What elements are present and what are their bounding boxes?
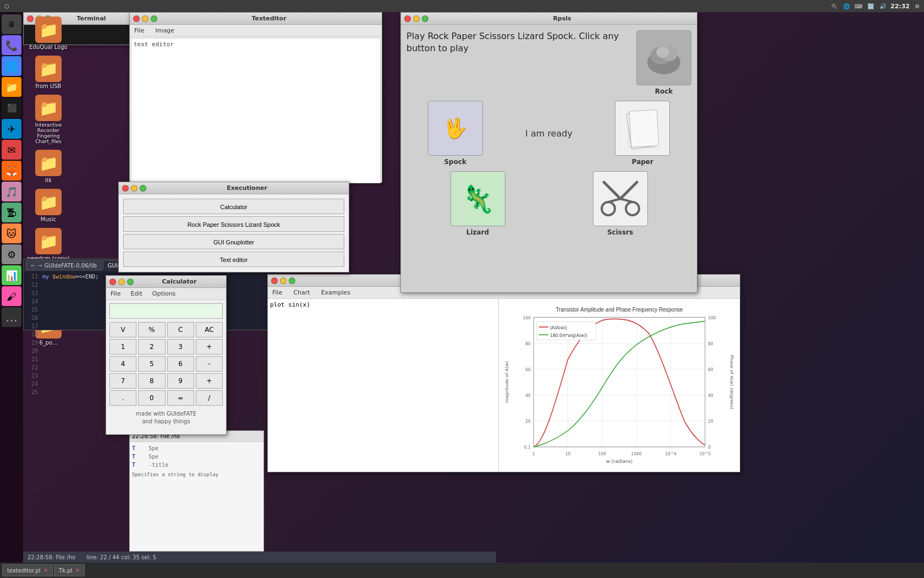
executioner-max-btn[interactable] xyxy=(140,185,146,192)
dock-desktop-icon[interactable]: 🖥 xyxy=(2,14,21,34)
calc-key-percent[interactable]: % xyxy=(138,322,165,337)
desktop-icon-music[interactable]: 📁 Music xyxy=(26,189,70,222)
dock-mail-icon[interactable]: ✉ xyxy=(2,140,21,160)
rpsls-paper-btn[interactable] xyxy=(615,101,670,156)
kb-icon[interactable]: ⌨ xyxy=(854,2,863,10)
gnuplot-examples-menu[interactable]: Examples xyxy=(319,288,353,297)
svg-text:80: 80 xyxy=(708,341,713,346)
calc-file-menu[interactable]: File xyxy=(108,289,123,298)
gnuplot-min-btn[interactable] xyxy=(280,277,287,284)
usb-tray-icon[interactable]: 🔌 xyxy=(830,2,839,10)
executioner-min-btn[interactable] xyxy=(131,185,138,192)
settings-tray-icon[interactable]: ⚙ xyxy=(913,2,922,10)
volume-icon[interactable]: 🔊 xyxy=(878,2,887,10)
texteditor-min-btn[interactable] xyxy=(142,15,148,22)
desktop-icon-newdcm[interactable]: 📁 newdcm (copy) xyxy=(26,228,70,261)
executioner-titlebar[interactable]: Executioner xyxy=(119,182,349,194)
kb2-icon[interactable]: 🔣 xyxy=(866,2,875,10)
svg-text:10^5: 10^5 xyxy=(700,451,711,456)
rpsls-close-btn[interactable] xyxy=(404,15,411,22)
rpsls-titlebar[interactable]: Rpsls xyxy=(401,13,697,25)
calc-edit-menu[interactable]: Edit xyxy=(128,289,144,298)
calc-options-menu[interactable]: Options xyxy=(150,289,178,298)
calc-close-btn[interactable] xyxy=(109,279,116,285)
calc-key-plus[interactable]: + xyxy=(196,339,223,355)
dock-paint-icon[interactable]: 🖌 xyxy=(2,286,21,306)
dock-music-icon[interactable]: 🎵 xyxy=(2,182,21,201)
calc-key-3[interactable]: 3 xyxy=(167,339,194,355)
gnuplot-launch-btn[interactable]: GUI Gnuplotter xyxy=(123,234,344,249)
calc-key-4[interactable]: 4 xyxy=(109,356,136,372)
rpsls-lizard-btn[interactable]: 🦎 xyxy=(450,171,505,226)
calc-display[interactable] xyxy=(109,303,223,319)
gnuplot-close-btn[interactable] xyxy=(271,277,278,284)
dock-scratch-icon[interactable]: 🐱 xyxy=(2,223,21,243)
texteditor-titlebar[interactable]: Texteditor xyxy=(130,13,382,25)
calc-key-1[interactable]: 1 xyxy=(109,339,136,355)
gnuplot-file-menu[interactable]: File xyxy=(270,288,284,297)
executioner-close-btn[interactable] xyxy=(122,185,129,192)
dock-archive-icon[interactable]: 🗜 xyxy=(2,203,21,222)
calc-key-8[interactable]: 8 xyxy=(138,373,165,389)
chrome-tray-icon[interactable]: 🌐 xyxy=(842,2,851,10)
calc-launch-btn[interactable]: Calculator xyxy=(123,199,344,214)
taskbar-tk-btn[interactable]: Tk.pl ✕ xyxy=(54,564,85,576)
calc-menubar: File Edit Options xyxy=(106,288,226,300)
network-icon[interactable]: ⬡ xyxy=(2,2,11,10)
rpsls-min-btn[interactable] xyxy=(413,15,420,22)
texteditor-taskbar-close[interactable]: ✕ xyxy=(44,568,48,573)
calc-key-dot[interactable]: . xyxy=(109,390,136,406)
calc-key-0[interactable]: 0 xyxy=(138,390,165,406)
calc-key-ac[interactable]: AC xyxy=(196,322,223,337)
calc-min-btn[interactable] xyxy=(118,279,125,285)
code-tab-1[interactable]: ← → GUIdeFATE-0.06/lib xyxy=(26,260,102,270)
dock-settings2-icon[interactable]: ⚙ xyxy=(2,244,21,264)
dock-chart-icon[interactable]: 📊 xyxy=(2,265,21,285)
dock-more-icon[interactable]: … xyxy=(2,307,21,327)
calc-titlebar[interactable]: Calculator xyxy=(106,276,226,288)
tk-taskbar-close[interactable]: ✕ xyxy=(75,568,80,573)
rpsls-launch-btn[interactable]: Rock Paper Scissors Lizard Spock xyxy=(123,216,344,232)
desktop-icon-edqual[interactable]: 📁 EduQual Logo xyxy=(26,17,70,50)
rpsls-scissors-btn[interactable] xyxy=(593,171,648,226)
calc-key-9[interactable]: 9 xyxy=(167,373,194,389)
gnuplot-max-btn[interactable] xyxy=(289,277,295,284)
texteditor-max-btn[interactable] xyxy=(151,15,157,22)
calc-max-btn[interactable] xyxy=(127,279,134,285)
rpsls-paper-label: Paper xyxy=(632,158,653,166)
dock-chrome-icon[interactable]: 🌐 xyxy=(2,56,21,76)
texteditor-body[interactable]: text editor xyxy=(131,38,381,183)
dock-firefox-icon[interactable]: 🦊 xyxy=(2,161,21,181)
rpsls-max-btn[interactable] xyxy=(422,15,428,22)
calc-key-minus[interactable]: - xyxy=(196,356,223,372)
rpsls-spock-btn[interactable]: 🖖 xyxy=(428,101,483,156)
calc-key-c[interactable]: C xyxy=(167,322,194,337)
texteditor-file-menu[interactable]: File xyxy=(132,26,146,35)
desktop-icon-itk[interactable]: 📁 itk xyxy=(26,150,70,183)
dock-terminal-icon[interactable]: ⬛ xyxy=(2,98,21,118)
calc-key-6[interactable]: 6 xyxy=(167,356,194,372)
calc-key-divide[interactable]: / xyxy=(196,390,223,406)
calc-key-v[interactable]: V xyxy=(109,322,136,337)
texteditor-close-btn[interactable] xyxy=(133,15,140,22)
rpsls-rock-btn[interactable] xyxy=(636,30,691,85)
calc-key-multiply[interactable]: + xyxy=(196,373,223,389)
svg-point-3 xyxy=(656,47,669,58)
calc-key-2[interactable]: 2 xyxy=(138,339,165,355)
desktop-icon-usb[interactable]: 📁 from USB xyxy=(26,56,70,89)
dock-viber-icon[interactable]: 📞 xyxy=(2,35,21,55)
taskbar-texteditor-btn[interactable]: texteditor.pl ✕ xyxy=(2,564,53,576)
code-tab-1-nav-back[interactable]: ← xyxy=(31,263,35,269)
dock-files-icon[interactable]: 📁 xyxy=(2,77,21,97)
gnuplot-editor[interactable]: plot sin(x) xyxy=(268,299,499,472)
calc-footer-line2: and happy things xyxy=(109,418,223,426)
calc-key-5[interactable]: 5 xyxy=(138,356,165,372)
desktop-icon-recorder[interactable]: 📁 Interactive RecorderFingering Chart_fi… xyxy=(26,95,70,144)
texteditor-launch-btn[interactable]: Text editor xyxy=(123,252,344,267)
calc-key-equals[interactable]: = xyxy=(167,390,194,406)
texteditor-image-menu[interactable]: Image xyxy=(153,26,176,35)
gnuplot-chart-menu[interactable]: Chart xyxy=(291,288,312,297)
calc-key-7[interactable]: 7 xyxy=(109,373,136,389)
dock-telegram-icon[interactable]: ✈ xyxy=(2,119,21,139)
code-tab-1-nav-fwd[interactable]: → xyxy=(37,263,42,269)
